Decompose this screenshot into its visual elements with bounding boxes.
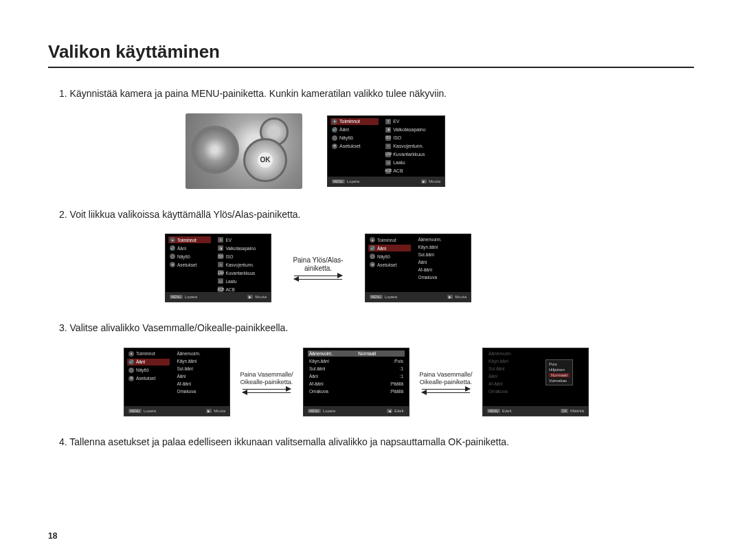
menu-left-toiminnot: ●Toiminnot (168, 236, 211, 243)
face-icon: ☺ (385, 144, 391, 149)
menu-left-naytto: ▢Näyttö (368, 253, 411, 260)
display-icon: ▢ (332, 135, 337, 141)
menu-left-toiminnot: ●Toiminnot (368, 236, 411, 243)
menu-right-iso: ISOISO (384, 135, 442, 142)
popup-option: Voimakas (549, 379, 570, 383)
lcd-aani-selected: ●Toiminnot 🔊Ääni ▢Näyttö ⚙Asetukset Ääne… (365, 234, 471, 302)
speaker-icon: 🔊 (332, 127, 337, 133)
lcd-aani-selected-2: ●Toiminnot 🔊Ääni ▢Näyttö ⚙Asetukset Ääne… (124, 348, 230, 416)
acb-icon: ACB (385, 168, 391, 174)
caption-updown: Paina Ylös/Alas-ainiketta. (284, 256, 352, 280)
wb-icon: ◑ (218, 245, 223, 251)
submenu-item: Af-ääni (416, 267, 468, 273)
camera-icon: ● (170, 237, 175, 243)
menu-right-wb: ◑Valkotasapaino (384, 126, 442, 133)
kv-header: Äänenvoim.Normaali (308, 350, 405, 357)
submenu-item: Äänenvoim. (416, 236, 468, 243)
menu-left-asetukset: ⚙Asetukset (330, 143, 379, 150)
kv-row: Omakuva (487, 388, 584, 394)
quality-icon: ▭ (218, 278, 223, 284)
menu-left-aani: 🔊Ääni (168, 245, 211, 251)
quality-icon: ▭ (385, 160, 391, 166)
submenu-item: Ääni (416, 259, 468, 265)
menu-right-acb: ACBACB (384, 168, 442, 175)
menu-left-aani: 🔊Ääni (330, 126, 379, 133)
speaker-icon: 🔊 (170, 245, 175, 251)
arrow-left-icon (243, 392, 291, 393)
caption-leftright-1: Paina Vasemmalle/ Oikealle-painiketta. (236, 371, 297, 393)
acb-icon: ACB (218, 287, 223, 292)
popup-option-selected: Normaali (549, 373, 570, 377)
options-popup: Pois Hiljainen Normaali Voimakas (546, 359, 573, 385)
popup-option: Hiljainen (549, 368, 570, 372)
gear-icon: ⚙ (332, 144, 337, 149)
camera-icon: ● (332, 119, 337, 124)
camera-photo: DISP OK (186, 113, 302, 189)
iso-icon: ISO (218, 254, 223, 259)
arrow-right-icon (294, 276, 342, 276)
gear-icon: ⚙ (170, 262, 175, 267)
figure-row-1: DISP OK ●Toiminnot 🔊Ääni ▢Näyttö ⚙Asetuk… (186, 113, 694, 189)
resolution-icon: 12M (385, 152, 391, 157)
page-number: 18 (48, 531, 57, 541)
gear-icon: ⚙ (128, 376, 134, 381)
menu-right-ev: ±EV (384, 118, 442, 125)
lcd-popup: Äänenvoim. Käyn.ääni Sul.ääni Ääni Af-ää… (482, 348, 589, 416)
caption-leftright-2: Paina Vasemmalle/ Oikealle-painiketta. (415, 371, 477, 393)
kv-row: Sul.ääni:1 (308, 366, 405, 372)
speaker-icon: 🔊 (370, 245, 375, 251)
wb-icon: ◑ (385, 127, 391, 133)
display-icon: ▢ (170, 254, 175, 259)
camera-icon: ● (128, 351, 134, 357)
face-icon: ☺ (218, 262, 223, 267)
submenu-item: Käyn.ääni (416, 244, 468, 250)
speaker-icon: 🔊 (128, 359, 134, 365)
menu-left-asetukset: ⚙Asetukset (168, 261, 211, 268)
kv-row: Käyn.ääni:Pois (308, 358, 405, 364)
camera-lens (191, 126, 239, 174)
menu-right-quality: ▭Laatu (384, 159, 442, 166)
iso-icon: ISO (385, 135, 391, 141)
arrow-left-icon (294, 279, 342, 280)
play-icon: ▶ (421, 179, 427, 183)
kv-row: Äänenvoim. (487, 350, 584, 357)
ev-icon: ± (218, 237, 223, 243)
menu-left-naytto: ▢Näyttö (330, 135, 379, 142)
step-1: 1. Käynnistää kamera ja paina MENU-paini… (59, 87, 694, 101)
step-3: 3. Valitse alivalikko Vasemmalle/Oikeall… (59, 322, 694, 335)
menu-right-res: 12MKuvantarkkuus (384, 151, 442, 158)
display-icon: ▢ (128, 368, 134, 373)
step-4: 4. Tallenna asetukset ja palaa edellisee… (59, 436, 694, 449)
display-icon: ▢ (370, 254, 375, 259)
lcd-aani-kv: Äänenvoim.Normaali Käyn.ääni:Pois Sul.ää… (303, 348, 409, 416)
lcd-bottom-bar: MENULopeta ▶Muuta (328, 177, 445, 186)
submenu-item: Omakuva (416, 274, 468, 280)
lcd-main-menu: ●Toiminnot 🔊Ääni ▢Näyttö ⚙Asetukset ±EV … (327, 115, 445, 187)
figure-row-3: ●Toiminnot 🔊Ääni ▢Näyttö ⚙Asetukset Ääne… (124, 348, 694, 416)
menu-tag: MENU (332, 179, 345, 183)
menu-left-toiminnot: ●Toiminnot (330, 118, 379, 125)
ok-label: OK (258, 153, 273, 168)
menu-left-naytto: ▢Näyttö (168, 253, 211, 260)
kv-row: Omakuva:Päällä (308, 388, 405, 394)
submenu-item: Sul.ääni (416, 251, 468, 258)
ok-pad: OK (243, 138, 287, 182)
popup-option: Pois (549, 362, 570, 366)
kv-row: Ääni:1 (308, 373, 405, 379)
arrow-left-icon (422, 392, 470, 393)
arrow-right-icon (422, 389, 470, 390)
page-title: Valikon käyttäminen (48, 41, 694, 68)
camera-icon: ● (370, 237, 375, 243)
arrow-right-icon (243, 389, 291, 390)
ev-icon: ± (385, 119, 391, 124)
kv-row: Af-ääni:Päällä (308, 381, 405, 387)
menu-left-aani: 🔊Ääni (368, 245, 411, 251)
gear-icon: ⚙ (370, 262, 375, 267)
menu-right-face: ☺Kasvojentunn. (384, 143, 442, 150)
lcd-main-menu-2: ●Toiminnot 🔊Ääni ▢Näyttö ⚙Asetukset ±EV … (165, 234, 271, 302)
resolution-icon: 12M (218, 270, 223, 276)
step-2: 2. Voit liikkua valikoissa käyttämällä Y… (59, 208, 694, 222)
figure-row-2: ●Toiminnot 🔊Ääni ▢Näyttö ⚙Asetukset ±EV … (165, 234, 694, 302)
menu-left-asetukset: ⚙Asetukset (368, 261, 411, 268)
